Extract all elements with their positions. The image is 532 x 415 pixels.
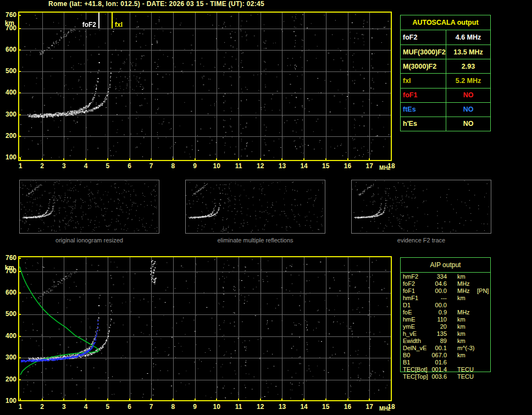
autoscala-row-ftes: ftEsNO <box>401 102 490 117</box>
autoscala-param-value: NO <box>446 103 490 117</box>
x-tick-label: 2 <box>37 163 48 170</box>
x-tick-label: 8 <box>168 163 179 170</box>
x-tick-label: 5 <box>102 403 113 411</box>
aip-row-hmf2: hmF2334km <box>400 273 491 280</box>
aip-unit: km <box>457 273 476 280</box>
autoscala-row-muf3000f2: MUF(3000)F213.5 MHz <box>401 45 490 59</box>
y-tick-label: 400 <box>0 89 16 96</box>
autoscala-row-fof1: foF1NO <box>401 88 490 102</box>
x-tick-label: 6 <box>124 163 135 170</box>
y-tick-label: 100 <box>0 154 16 161</box>
autoscala-param-value: 5.2 MHz <box>446 74 490 87</box>
y-tick-label: 500 <box>0 311 16 318</box>
aip-name: TEC[Top] <box>400 373 430 380</box>
aip-unit: MHz <box>457 280 476 287</box>
x-tick-label: 4 <box>80 163 91 170</box>
autoscala-param-value: NO <box>446 117 490 131</box>
aip-unit: MHz <box>457 287 476 295</box>
aip-row-tectop: TEC[Top]003.6TECU <box>400 373 491 380</box>
autoscala-row-fxi: fxI5.2 MHz <box>401 73 490 87</box>
x-tick-label: 10 <box>211 163 222 170</box>
x-tick-label: 14 <box>298 163 309 170</box>
aip-row-b0: B0067.0km <box>400 352 491 359</box>
aip-row-delnve: DelN_vE00.1m^(-3) <box>400 345 491 352</box>
y-axis-unit-label: km <box>0 264 14 272</box>
thumbnail-caption-evidence: evidence F2 trace <box>351 237 491 244</box>
aip-unit: km <box>457 352 476 359</box>
x-tick-label: 9 <box>190 163 201 170</box>
aip-value: 0.9 <box>430 309 447 316</box>
autoscala-param-value: 2.93 <box>446 59 490 73</box>
aip-value: --- <box>430 295 447 302</box>
aip-name: DelN_vE <box>400 345 430 352</box>
autoscala-row-m3000f2: M(3000)F22.93 <box>401 59 490 73</box>
aip-value: 04.6 <box>430 280 447 287</box>
autoscala-output-table: AUTOSCALA output foF24.6 MHzMUF(3000)F21… <box>400 15 491 131</box>
aip-value: 89 <box>430 337 447 345</box>
y-axis-unit-label: km <box>0 20 14 27</box>
x-tick-label: 17 <box>364 403 375 411</box>
aip-name: TEC[Bot] <box>400 366 430 373</box>
x-tick-label: 7 <box>146 403 157 411</box>
aip-value: 20 <box>430 323 447 330</box>
x-axis-unit-label: MHz <box>379 405 391 412</box>
aip-name: foF2 <box>400 280 430 287</box>
aip-value: 001.4 <box>430 366 447 373</box>
aip-name: foE <box>400 309 430 316</box>
scaled-ionogram-plot <box>18 12 392 161</box>
x-tick-label: 1 <box>15 163 26 170</box>
aip-row-foe: foE0.9MHz <box>400 309 491 316</box>
restored-ionogram-profile-plot <box>18 256 392 401</box>
aip-unit: km <box>457 323 476 330</box>
aip-row-fof2: foF204.6MHz <box>400 280 491 287</box>
thumbnail-caption-original: original ionogram resized <box>19 237 159 244</box>
x-tick-label: 9 <box>190 403 201 411</box>
x-tick-label: 15 <box>320 403 331 411</box>
autoscala-param-label: foF2 <box>401 30 446 45</box>
y-tick-label: 400 <box>0 333 16 340</box>
aip-unit: MHz <box>457 309 476 316</box>
aip-unit: TECU <box>457 373 476 380</box>
x-tick-label: 4 <box>80 403 91 411</box>
thumbnail-eliminate-reflections <box>185 180 325 234</box>
x-tick-label: 17 <box>364 163 375 170</box>
aip-name: Ewidth <box>400 337 430 345</box>
x-tick-label: 11 <box>233 163 244 170</box>
autoscala-row-hes: h'EsNO <box>401 117 490 131</box>
aip-unit: km <box>457 316 476 323</box>
x-tick-label: 15 <box>320 163 331 170</box>
aip-unit: km <box>457 295 476 302</box>
aip-unit <box>457 302 476 309</box>
x-tick-label: 13 <box>276 403 287 411</box>
y-tick-label: 760 <box>0 254 16 262</box>
aip-name: B0 <box>400 352 430 359</box>
x-axis-unit-label: MHz <box>379 164 391 171</box>
x-tick-label: 6 <box>124 403 135 411</box>
autoscala-param-label: foF1 <box>401 88 446 102</box>
aip-name: D1 <box>400 302 430 309</box>
aip-unit: km <box>457 330 476 337</box>
station-date-time-title: Rome (lat: +41.8, lon: 012.5) - DATE: 20… <box>48 0 264 8</box>
x-tick-label: 12 <box>255 163 266 170</box>
autoscala-param-label: M(3000)F2 <box>401 59 446 73</box>
aip-row-tecbot: TEC[Bot]001.4TECU <box>400 366 491 373</box>
thumbnail-caption-eliminate: eliminate multiple reflections <box>185 237 325 244</box>
aip-name: B1 <box>400 359 430 366</box>
y-tick-label: 200 <box>0 376 16 383</box>
x-tick-label: 16 <box>342 403 353 411</box>
aip-value: 135 <box>430 330 447 337</box>
aip-value: 067.0 <box>430 352 447 359</box>
aip-name: foF1 <box>400 287 430 295</box>
autoscala-param-label: h'Es <box>401 117 446 131</box>
y-tick-label: 200 <box>0 132 16 140</box>
x-tick-label: 14 <box>298 403 309 411</box>
y-tick-label: 600 <box>0 46 16 53</box>
autoscala-param-value: 13.5 MHz <box>446 45 490 59</box>
aip-value: 003.6 <box>430 373 447 380</box>
autoscala-screen: Rome (lat: +41.8, lon: 012.5) - DATE: 20… <box>0 0 532 415</box>
autoscala-row-fof2: foF24.6 MHz <box>401 30 490 45</box>
aip-value: 00.0 <box>430 302 447 309</box>
x-tick-label: 13 <box>276 163 287 170</box>
aip-value: 334 <box>430 273 447 280</box>
aip-unit <box>457 359 476 366</box>
